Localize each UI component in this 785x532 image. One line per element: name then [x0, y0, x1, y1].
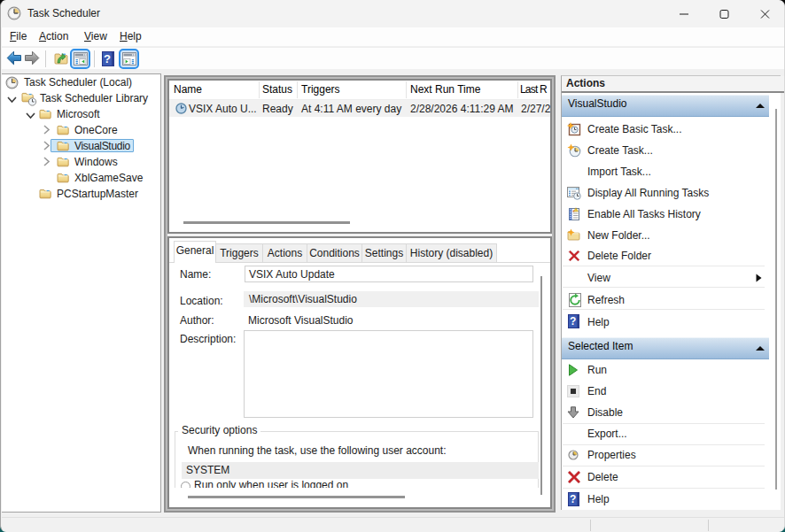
svg-text:?: ?: [104, 52, 111, 66]
svg-text:?: ?: [570, 315, 576, 328]
svg-text:!: !: [576, 208, 577, 212]
svg-text:?: ?: [570, 493, 576, 505]
